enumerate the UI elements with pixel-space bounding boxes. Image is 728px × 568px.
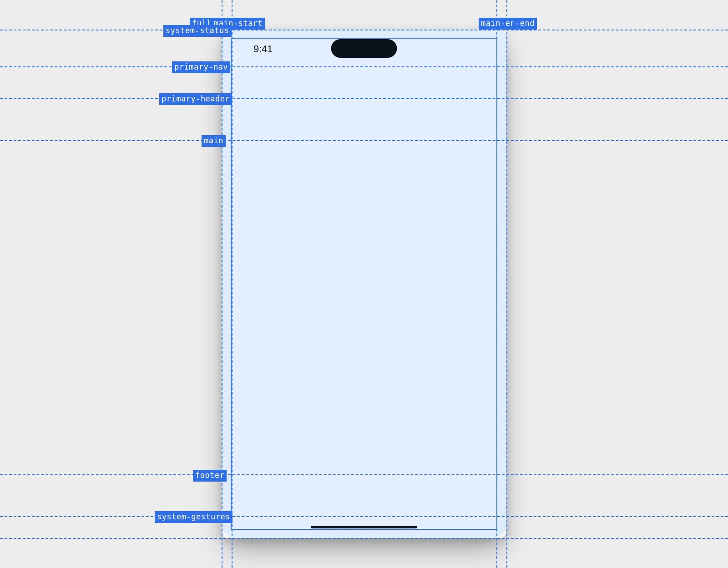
guide-label-primary-header: primary-header xyxy=(159,93,232,105)
status-bar-time: 9:41 xyxy=(253,43,273,55)
guide-hline-bottom xyxy=(0,538,728,539)
phone-screen xyxy=(222,30,506,538)
guide-vline-fullbleed-end xyxy=(506,0,507,568)
corner-cut-top-right xyxy=(501,30,506,35)
dynamic-island-icon xyxy=(331,39,397,58)
guide-label-primary-nav: primary-nav xyxy=(172,61,230,73)
phone-frame xyxy=(222,30,506,538)
corner-cut-bottom-left xyxy=(222,529,231,538)
guide-label-fullbleed-end: -end xyxy=(513,18,537,30)
home-indicator-icon xyxy=(311,526,417,528)
guide-label-footer: footer xyxy=(193,470,227,482)
guide-label-main: main xyxy=(202,135,226,147)
guide-label-system-status: system-status xyxy=(163,25,232,37)
corner-cut-bottom-right xyxy=(497,529,506,538)
guide-label-system-gestures: system-gestures xyxy=(155,511,233,523)
